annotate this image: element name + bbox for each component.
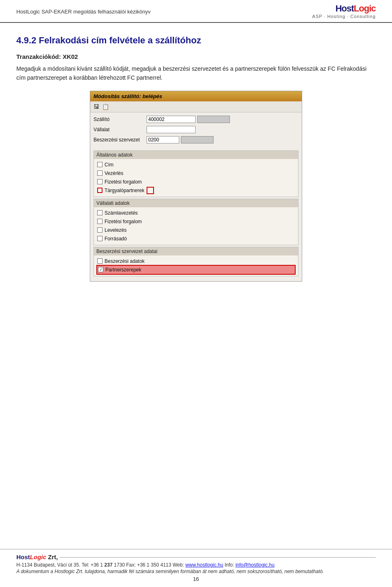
group-bsz-header: Beszerzési szervezet adatai bbox=[94, 247, 298, 255]
checkbox-szamla[interactable] bbox=[97, 210, 102, 215]
checkbox-bsz-adatok[interactable] bbox=[97, 258, 102, 264]
logo-host: Host bbox=[335, 3, 354, 13]
footer-underline bbox=[60, 557, 376, 558]
logo: HostLogic ASP · Hosting · Consulting bbox=[312, 4, 376, 19]
label-fizetesi2: Fizetési forgalom bbox=[105, 219, 142, 224]
checkbox-vezerles[interactable] bbox=[97, 170, 102, 176]
sap-dialog: Módosítás szállító: belépés 🖫 📋 Szállító… bbox=[90, 91, 302, 282]
group-vallalati-content: Számlavezetés Fizetési forgalom Levelezé… bbox=[94, 207, 298, 245]
checkbox-row-partnerszerepek: ✓ Partnerszerepek bbox=[97, 266, 295, 274]
footer-host: Host bbox=[16, 553, 30, 560]
group-altalanos: Általános adatok Cím Vezérlés Fizetési f… bbox=[94, 150, 298, 197]
transaction-code-row: Tranzakciókód: XK02 bbox=[16, 53, 376, 60]
footer-logic: Logic bbox=[30, 553, 46, 560]
page-header: HostLogic SAP-EKAER megoldás felhasználó… bbox=[0, 0, 392, 23]
group-altalanos-header: Általános adatok bbox=[94, 151, 298, 159]
footer-web[interactable]: www.hostlogic.hu bbox=[185, 562, 223, 568]
field-row-vallalat: Vállalat bbox=[94, 125, 298, 134]
checkbox-row-forrasado: Forrásadó bbox=[97, 235, 295, 243]
section-title: 4.9.2 Felrakodási cím felvétele a szállí… bbox=[16, 35, 376, 46]
footer-company-line: HostLogic Zrt, bbox=[16, 553, 376, 561]
label-forrasado: Forrásadó bbox=[105, 236, 127, 242]
group-bsz-content: Beszerzési adatok ✓ Partnerszerepek bbox=[94, 255, 298, 276]
section-heading: Felrakodási cím felvétele a szállítóhoz bbox=[39, 35, 201, 45]
checkbox-cim[interactable] bbox=[97, 162, 102, 167]
footer: HostLogic Zrt, H-1134 Budapest, Váci út … bbox=[0, 549, 392, 587]
label-bsz-adatok: Beszerzési adatok bbox=[105, 258, 145, 264]
footer-email[interactable]: info@hostlogic.hu bbox=[236, 562, 275, 568]
section-description: Megadjuk a módosítani kívánt szállító kó… bbox=[16, 64, 376, 83]
logo-text: HostLogic bbox=[335, 4, 376, 13]
label-partnerszerepek: Partnerszerepek bbox=[105, 267, 141, 273]
dialog-title: Módosítás szállító: belépés bbox=[90, 91, 302, 101]
footer-zrt: Zrt, bbox=[48, 553, 58, 560]
checkbox-row-levelezas: Levelezés bbox=[97, 226, 295, 234]
checkbox-row-szamla: Számlavezetés bbox=[97, 209, 295, 217]
main-content: 4.9.2 Felrakodási cím felvétele a szállí… bbox=[0, 27, 392, 302]
footer-disclaimer: A dokumentum a Hostlogic Zrt. tulajdona,… bbox=[16, 569, 376, 574]
save-icon[interactable]: 🖫 bbox=[93, 103, 100, 110]
checkbox-row-cim: Cím bbox=[97, 161, 295, 169]
logo-tagline: ASP · Hosting · Consulting bbox=[312, 14, 376, 19]
label-targyalo: Tárgyalópartnerek bbox=[105, 188, 144, 193]
footer-company-name: HostLogic Zrt, bbox=[16, 553, 58, 560]
group-bsz-adatok: Beszerzési szervezet adatai Beszerzési a… bbox=[94, 247, 298, 276]
label-cim: Cím bbox=[105, 162, 114, 168]
group-vallalati-header: Vállalati adatok bbox=[94, 199, 298, 207]
checkbox-row-vezerles: Vezérlés bbox=[97, 169, 295, 177]
label-fizetesi1: Fizetési forgalom bbox=[105, 179, 142, 185]
field-row-szallito: Szállító bbox=[94, 115, 298, 124]
toolbar: 🖫 📋 bbox=[90, 101, 302, 112]
label-szallito: Szállító bbox=[94, 117, 147, 122]
checkbox-forrasado[interactable] bbox=[97, 236, 102, 241]
checkbox-partnerszerepek[interactable]: ✓ bbox=[98, 267, 103, 272]
checkbox-fizetesi1[interactable] bbox=[97, 179, 102, 184]
label-szamla: Számlavezetés bbox=[105, 210, 138, 216]
label-levelezas: Levelezés bbox=[105, 227, 127, 233]
checkbox-row-bsz-adatok: Beszerzési adatok bbox=[97, 257, 295, 265]
checkbox-row-targyalo: Tárgyalópartnerek bbox=[97, 186, 295, 195]
logo-logic: Logic bbox=[354, 3, 376, 13]
section-number: 4.9.2 bbox=[16, 35, 36, 45]
group-altalanos-content: Cím Vezérlés Fizetési forgalom Tárgyalóp… bbox=[94, 159, 298, 197]
form: Szállító Vállalat Beszerzési szervezet Á… bbox=[90, 112, 302, 281]
checkbox-fizetesi2[interactable] bbox=[97, 219, 102, 224]
input-bsz[interactable] bbox=[147, 136, 179, 143]
input-vallalat[interactable] bbox=[147, 126, 196, 133]
checkbox-levelezas[interactable] bbox=[97, 227, 102, 233]
group-vallalati: Vállalati adatok Számlavezetés Fizetési … bbox=[94, 199, 298, 245]
input-szallito[interactable] bbox=[147, 116, 196, 123]
field-row-bsz: Beszerzési szervezet bbox=[94, 135, 298, 144]
document-title: HostLogic SAP-EKAER megoldás felhasználó… bbox=[16, 9, 151, 15]
label-vallalat: Vállalat bbox=[94, 127, 147, 132]
checkbox-row-fizetesi1: Fizetési forgalom bbox=[97, 178, 295, 186]
transaction-value: XK02 bbox=[62, 53, 78, 60]
page-number: 16 bbox=[16, 576, 376, 582]
checkbox-row-fizetesi2: Fizetési forgalom bbox=[97, 217, 295, 226]
label-vezerles: Vezérlés bbox=[105, 170, 123, 176]
copy-icon[interactable]: 📋 bbox=[102, 103, 109, 110]
footer-address: H-1134 Budapest, Váci út 35. Tel: +36 1 … bbox=[16, 562, 376, 568]
label-bsz: Beszerzési szervezet bbox=[94, 137, 147, 143]
transaction-label: Tranzakciókód: bbox=[16, 53, 61, 60]
checkbox-targyalo[interactable] bbox=[97, 188, 102, 193]
